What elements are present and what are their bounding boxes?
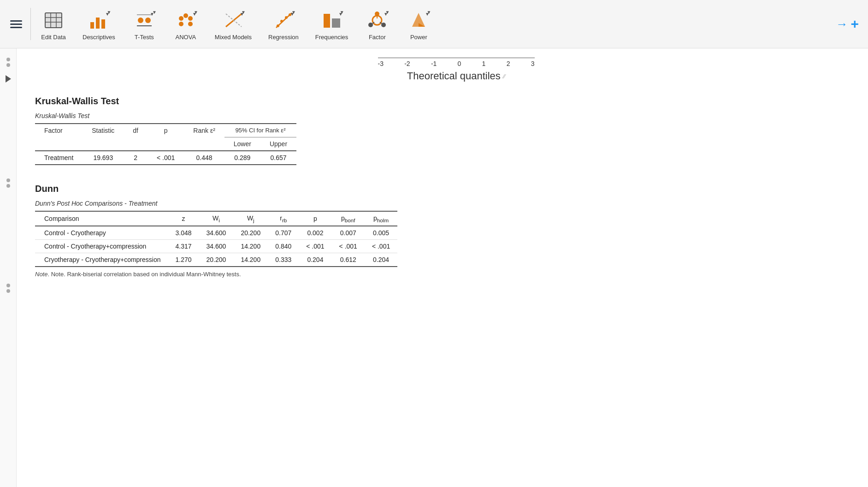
tick-minus1: -1 bbox=[431, 60, 437, 67]
svg-point-19 bbox=[188, 22, 193, 26]
descriptives-icon-area: ▼ ▼ bbox=[86, 8, 111, 33]
toolbar-divider-1 bbox=[30, 8, 31, 40]
regression-icon-area: ▼ ▼ bbox=[271, 8, 296, 33]
dunn-wi-0: 34.600 bbox=[199, 226, 234, 240]
mixed-models-dropdown-arrow: ▼ bbox=[241, 10, 246, 15]
svg-point-17 bbox=[188, 16, 193, 21]
dunn-col-wj: Wj bbox=[233, 211, 268, 226]
t-tests-label: T-Tests bbox=[135, 34, 154, 41]
tick-0: 0 bbox=[458, 60, 461, 67]
toolbar: Edit Data ▼ ▼ Descriptives ▼ ▼ T- bbox=[0, 0, 868, 48]
anova-label: ANOVA bbox=[176, 34, 196, 41]
regression-dropdown-arrow: ▼ bbox=[291, 10, 296, 15]
sidebar-dot bbox=[6, 289, 10, 293]
dunn-row-0: Control - Cryotherapy 3.048 34.600 20.20… bbox=[35, 226, 397, 240]
dunn-table: Comparison z Wi Wj rrb p pbonf pholm Con… bbox=[35, 211, 397, 267]
dunn-z-2: 1.270 bbox=[168, 253, 199, 267]
dunn-pbonf-1: < .001 bbox=[332, 240, 365, 253]
kruskal-col-statistic: Statistic bbox=[83, 124, 124, 137]
kruskal-col-lower: Lower bbox=[224, 137, 260, 151]
toolbar-item-t-tests[interactable]: ▼ ▼ T-Tests bbox=[124, 4, 165, 44]
hamburger-menu[interactable] bbox=[4, 16, 29, 33]
toolbar-right: → + bbox=[836, 16, 864, 32]
theoretical-quantiles-label: Theoretical quantiles ∕∕ bbox=[407, 70, 505, 82]
toolbar-item-factor[interactable]: ▼ ▼ Factor bbox=[356, 4, 398, 44]
kruskal-col-df: df bbox=[124, 124, 148, 137]
dunn-col-pholm: pholm bbox=[365, 211, 397, 226]
dunn-wi-1: 34.600 bbox=[199, 240, 234, 253]
dunn-section: Dunn Dunn's Post Hoc Comparisons - Treat… bbox=[35, 184, 850, 278]
dunn-col-rrb: rrb bbox=[268, 211, 299, 226]
mixed-models-label: Mixed Models bbox=[215, 34, 252, 41]
mixed-models-icon-area: ▼ ▼ bbox=[221, 8, 246, 33]
kruskal-col-p: p bbox=[148, 124, 184, 137]
toolbar-item-mixed-models[interactable]: ▼ ▼ Mixed Models bbox=[207, 4, 260, 44]
power-icon-area: ▼ ▼ bbox=[406, 8, 431, 33]
kruskal-row-treatment: Treatment 19.693 2 < .001 0.448 0.289 0.… bbox=[35, 151, 296, 165]
kruskal-factor: Treatment bbox=[35, 151, 83, 165]
axis-line bbox=[378, 58, 535, 58]
kruskal-wallis-section: Kruskal-Wallis Test Kruskal-Wallis Test … bbox=[35, 96, 850, 165]
dunn-col-p: p bbox=[299, 211, 331, 226]
factor-dropdown-arrow: ▼ bbox=[385, 10, 390, 15]
dunn-col-comparison: Comparison bbox=[35, 211, 168, 226]
dunn-wi-2: 20.200 bbox=[199, 253, 234, 267]
add-button[interactable]: + bbox=[850, 16, 859, 32]
kruskal-col-upper: Upper bbox=[260, 137, 296, 151]
kruskal-col-rank-spacer bbox=[184, 137, 224, 151]
sidebar-dot bbox=[6, 184, 10, 188]
sidebar-dot bbox=[6, 284, 10, 287]
anova-dropdown-arrow: ▼ bbox=[194, 10, 198, 15]
dunn-rrb-0: 0.707 bbox=[268, 226, 299, 240]
tick-1: 1 bbox=[482, 60, 486, 67]
kruskal-col-p-spacer bbox=[148, 137, 184, 151]
dunn-pbonf-0: 0.007 bbox=[332, 226, 365, 240]
factor-icon-area: ▼ ▼ bbox=[365, 8, 390, 33]
dunn-wj-1: 14.200 bbox=[233, 240, 268, 253]
frequencies-dropdown-arrow: ▼ bbox=[340, 10, 344, 15]
dunn-p-1: < .001 bbox=[299, 240, 331, 253]
kruskal-table-subtitle: Kruskal-Wallis Test bbox=[35, 112, 850, 119]
anova-icon-area: ▼ ▼ bbox=[173, 8, 198, 33]
navigate-arrow[interactable]: → bbox=[836, 17, 848, 31]
dunn-rrb-2: 0.333 bbox=[268, 253, 299, 267]
svg-point-10 bbox=[138, 18, 143, 23]
kruskal-col-df-spacer bbox=[124, 137, 148, 151]
tick-2: 2 bbox=[507, 60, 510, 67]
t-tests-dropdown-arrow: ▼ bbox=[152, 10, 157, 15]
sidebar-dots-bottom bbox=[6, 284, 10, 293]
main-content: -3 -2 -1 0 1 2 3 Theoretical quantiles ∕… bbox=[0, 48, 868, 487]
toolbar-item-regression[interactable]: ▼ ▼ Regression bbox=[260, 4, 307, 44]
dunn-comparison-0: Control - Cryotherapy bbox=[35, 226, 168, 240]
kruskal-rank-e2: 0.448 bbox=[184, 151, 224, 165]
factor-label: Factor bbox=[369, 34, 386, 41]
svg-rect-0 bbox=[45, 13, 62, 28]
kruskal-col-factor: Factor bbox=[35, 124, 83, 137]
dunn-rrb-1: 0.840 bbox=[268, 240, 299, 253]
dunn-col-wi: Wi bbox=[199, 211, 234, 226]
kruskal-col-factor-spacer bbox=[35, 137, 83, 151]
sidebar-dot bbox=[6, 58, 10, 61]
kruskal-df: 2 bbox=[124, 151, 148, 165]
toolbar-item-edit-data[interactable]: Edit Data bbox=[33, 4, 74, 44]
svg-point-18 bbox=[179, 22, 183, 26]
svg-rect-31 bbox=[332, 18, 340, 28]
sidebar-dot bbox=[6, 63, 10, 67]
dunn-p-2: 0.204 bbox=[299, 253, 331, 267]
svg-rect-8 bbox=[101, 19, 105, 29]
dunn-pholm-2: 0.204 bbox=[365, 253, 397, 267]
edit-icon[interactable]: ∕∕ bbox=[503, 73, 505, 80]
regression-label: Regression bbox=[268, 34, 299, 41]
svg-point-16 bbox=[183, 13, 188, 18]
dunn-row-1: Control - Cryotherapy+compression 4.317 … bbox=[35, 240, 397, 253]
kruskal-upper: 0.657 bbox=[260, 151, 296, 165]
power-label: Power bbox=[410, 34, 427, 41]
play-button[interactable] bbox=[6, 75, 11, 83]
toolbar-item-power[interactable]: ▼ ▼ Power bbox=[398, 4, 439, 44]
svg-rect-7 bbox=[96, 18, 100, 29]
sidebar-dot bbox=[6, 178, 10, 182]
toolbar-item-descriptives[interactable]: ▼ ▼ Descriptives bbox=[74, 4, 124, 44]
tick-minus2: -2 bbox=[404, 60, 410, 67]
toolbar-item-frequencies[interactable]: ▼ ▼ Frequencies bbox=[307, 4, 357, 44]
toolbar-item-anova[interactable]: ▼ ▼ ANOVA bbox=[165, 4, 207, 44]
